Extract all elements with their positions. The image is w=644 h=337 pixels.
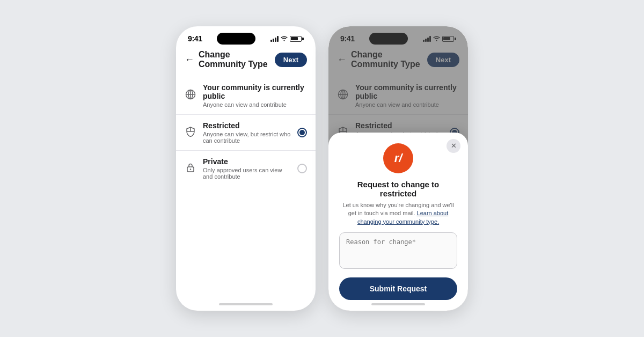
- phone-right: 9:41 ←: [328, 26, 468, 311]
- private-text-left: Private Only approved users can view and…: [203, 157, 291, 180]
- private-title-left: Private: [203, 157, 291, 166]
- wifi-icon-left: [281, 35, 288, 42]
- modal-close-button[interactable]: ✕: [447, 139, 460, 153]
- restricted-text-left: Restricted Anyone can view, but restrict…: [203, 121, 291, 144]
- restricted-subtitle-left: Anyone can view, but restrict who can co…: [203, 131, 291, 144]
- page-title-left: Change Community Type: [199, 50, 275, 69]
- shield-icon-left: [185, 126, 196, 140]
- restricted-title-left: Restricted: [203, 121, 291, 130]
- modal-title: Request to change to restricted: [339, 180, 457, 198]
- public-text-left: Your community is currently public Anyon…: [203, 83, 307, 108]
- list-item-restricted-left[interactable]: Restricted Anyone can view, but restrict…: [176, 115, 316, 151]
- battery-icon-left: [290, 36, 304, 42]
- public-title-left: Your community is currently public: [203, 83, 307, 100]
- public-subtitle-left: Anyone can view and contribute: [203, 101, 307, 108]
- radio-private-left[interactable]: [297, 164, 307, 173]
- back-button-left[interactable]: ←: [185, 54, 194, 65]
- list-item-private-left[interactable]: Private Only approved users can view and…: [176, 151, 316, 186]
- dynamic-island-left: [217, 33, 255, 45]
- home-indicator-left: [176, 300, 316, 311]
- private-subtitle-left: Only approved users can view and contrib…: [203, 167, 291, 180]
- radio-restricted-left[interactable]: [297, 128, 307, 137]
- next-button-left[interactable]: Next: [275, 53, 307, 67]
- modal-reddit-icon: r/: [383, 143, 413, 173]
- nav-bar-left: ← Change Community Type Next: [176, 47, 316, 72]
- globe-icon-left: [185, 89, 196, 102]
- content-left: Your community is currently public Anyon…: [176, 72, 316, 300]
- svg-point-7: [190, 169, 191, 170]
- submit-request-button[interactable]: Submit Request: [339, 277, 457, 300]
- modal-description: Let us know why you're changing and we'l…: [339, 201, 457, 226]
- home-indicator-right: [328, 300, 468, 311]
- list-item-public-left[interactable]: Your community is currently public Anyon…: [176, 77, 316, 115]
- status-bar-left: 9:41: [176, 26, 316, 47]
- time-left: 9:41: [188, 34, 202, 43]
- signal-icon-left: [270, 36, 279, 42]
- lock-icon-left: [185, 162, 196, 175]
- status-icons-left: [270, 35, 304, 42]
- modal-sheet: ✕ r/ Request to change to restricted Let…: [328, 133, 468, 311]
- phones-container: 9:41 ←: [176, 26, 468, 311]
- phone-left: 9:41 ←: [176, 26, 316, 311]
- reason-input[interactable]: [339, 232, 457, 269]
